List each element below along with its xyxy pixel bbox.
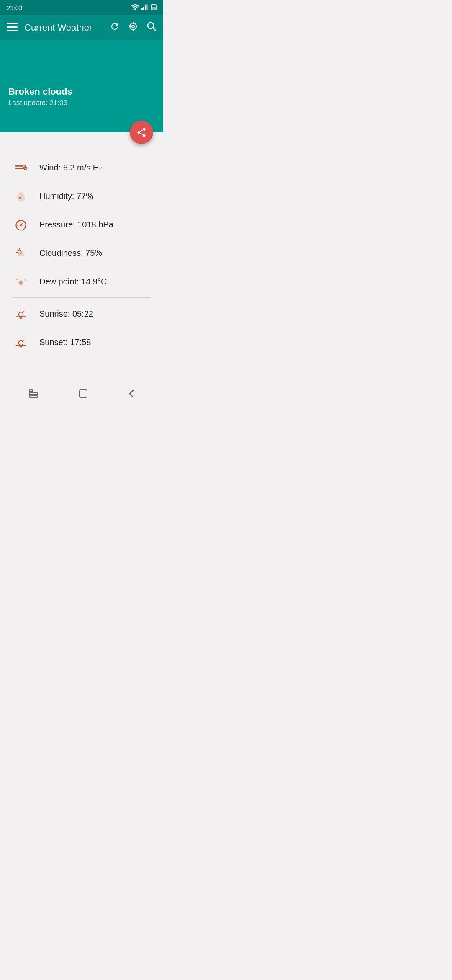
svg-line-40 — [18, 311, 18, 312]
search-button[interactable] — [146, 21, 157, 34]
svg-text:%: % — [19, 196, 23, 200]
svg-point-0 — [134, 8, 136, 10]
svg-rect-10 — [7, 30, 18, 31]
svg-point-11 — [132, 25, 134, 28]
svg-rect-50 — [29, 393, 38, 395]
pressure-text: Pressure: 1018 hPa — [39, 220, 113, 230]
weather-hero: Broken clouds Last update: 21:03 — [0, 40, 163, 132]
svg-line-32 — [18, 250, 18, 250]
svg-rect-3 — [145, 5, 146, 10]
svg-rect-1 — [141, 8, 143, 10]
cloudiness-icon — [13, 246, 29, 260]
refresh-button[interactable] — [110, 21, 120, 34]
wind-icon — [13, 161, 29, 174]
toolbar: Current Weather — [0, 15, 163, 40]
dewpoint-icon — [13, 275, 29, 288]
weather-condition: Broken clouds — [8, 86, 155, 97]
svg-rect-9 — [7, 26, 18, 28]
humidity-icon: % — [13, 189, 29, 203]
cloudiness-text: Cloudiness: 75% — [39, 248, 102, 258]
sunrise-text: Sunrise: 05:22 — [39, 309, 93, 319]
toolbar-title: Current Weather — [24, 22, 103, 33]
pressure-icon — [13, 218, 29, 231]
svg-point-12 — [130, 23, 136, 30]
svg-rect-2 — [143, 7, 144, 10]
recents-button[interactable] — [28, 389, 39, 401]
toolbar-action-icons — [110, 21, 157, 34]
cloudiness-row: Cloudiness: 75% — [8, 239, 155, 267]
svg-rect-4 — [146, 4, 148, 10]
weather-details: Wind: 6.2 m/s E← % Humidity: 77% Pr — [0, 141, 163, 365]
svg-line-45 — [23, 340, 24, 340]
section-divider — [13, 297, 151, 298]
svg-rect-52 — [80, 390, 87, 397]
svg-point-36 — [18, 281, 19, 283]
wifi-icon — [131, 4, 139, 11]
weather-last-update: Last update: 21:03 — [8, 99, 155, 107]
wind-row: Wind: 6.2 m/s E← — [8, 153, 155, 182]
svg-point-43 — [19, 340, 23, 345]
sunrise-row: Sunrise: 05:22 — [8, 299, 155, 328]
back-button[interactable] — [128, 389, 135, 401]
sunset-icon — [13, 335, 29, 349]
share-button[interactable] — [130, 121, 153, 144]
signal-icon — [141, 4, 148, 11]
svg-rect-7 — [152, 7, 156, 10]
wind-text: Wind: 6.2 m/s E← — [39, 163, 107, 173]
humidity-text: Humidity: 77% — [39, 191, 93, 201]
battery-icon — [151, 4, 157, 12]
sunset-text: Sunset: 17:58 — [39, 338, 91, 347]
location-button[interactable] — [128, 21, 138, 34]
svg-rect-6 — [152, 4, 155, 5]
svg-point-34 — [16, 279, 18, 280]
svg-line-46 — [18, 340, 18, 340]
svg-point-37 — [19, 312, 23, 317]
status-icons — [131, 4, 157, 12]
sunrise-icon — [13, 307, 29, 320]
dewpoint-row: Dew point: 14.9°C — [8, 267, 155, 296]
svg-point-35 — [24, 279, 26, 281]
home-button[interactable] — [78, 389, 88, 401]
status-time: 21:03 — [7, 4, 23, 11]
menu-button[interactable] — [7, 21, 18, 34]
status-bar: 21:03 — [0, 0, 163, 15]
nav-bar — [0, 382, 163, 408]
svg-rect-51 — [29, 396, 38, 397]
svg-rect-8 — [7, 23, 18, 24]
sunset-row: Sunset: 17:58 — [8, 328, 155, 356]
humidity-row: % Humidity: 77% — [8, 182, 155, 210]
dewpoint-text: Dew point: 14.9°C — [39, 277, 107, 286]
svg-line-39 — [23, 311, 24, 312]
svg-rect-49 — [29, 390, 33, 392]
pressure-row: Pressure: 1018 hPa — [8, 210, 155, 239]
svg-line-18 — [153, 28, 156, 31]
svg-point-25 — [20, 224, 22, 226]
